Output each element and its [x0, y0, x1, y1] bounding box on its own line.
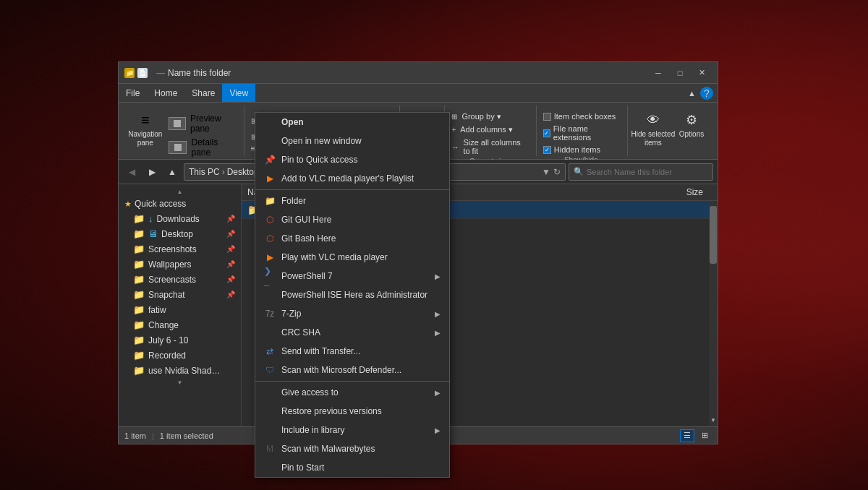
preview-pane-icon [169, 117, 186, 130]
menu-file[interactable]: File [119, 84, 147, 102]
sidebar: ▲ ★ Quick access 📁 ↓ Downloads 📌 📁 🖥 Des… [119, 184, 242, 426]
ctx-send-transfer[interactable]: ⇄ Send with Transfer... [255, 342, 449, 361]
path-controls: ▼ ↻ [542, 167, 561, 177]
grid-view-btn[interactable]: ⊞ [697, 429, 712, 442]
list-view-btn[interactable]: ☰ [680, 429, 694, 442]
scrollbar[interactable]: ▲ ▼ [709, 184, 718, 426]
ctx-ps7-label: PowerShell 7 [281, 271, 429, 281]
selected-count: 1 item selected [160, 431, 213, 440]
ctx-powershell7[interactable]: ❯_ PowerShell 7 ▶ [255, 267, 449, 285]
search-input[interactable] [587, 168, 708, 176]
ctx-open-new-window[interactable]: Open in new window [255, 132, 449, 150]
ctx-folder[interactable]: 📁 Folder [255, 192, 449, 210]
sidebar-scroll-down: ▼ [119, 378, 241, 387]
sidebar-item-screenshots[interactable]: 📁 Screenshots 📌 [119, 241, 241, 257]
back-button[interactable]: ◀ [123, 163, 140, 181]
ctx-vlc-play[interactable]: ▶ Play with VLC media player [255, 248, 449, 267]
menu-home[interactable]: Home [147, 84, 184, 102]
path-refresh-btn[interactable]: ↻ [553, 167, 561, 177]
ctx-git-bash[interactable]: ⬡ Git Bash Here [255, 229, 449, 248]
hide-selected-label: Hide selecteditems [631, 130, 676, 147]
scroll-thumb[interactable] [710, 206, 717, 264]
cb-file-name-ext[interactable]: ✓ [543, 129, 550, 137]
menu-share[interactable]: Share [184, 84, 222, 102]
maximize-button[interactable]: □ [670, 66, 690, 80]
sidebar-change-label: Change [148, 320, 179, 330]
file-name-ext-cb[interactable]: ✓ File name extensions [541, 124, 621, 142]
forward-button[interactable]: ▶ [143, 163, 161, 181]
size-columns-btn[interactable]: ↔Size all columns to fit [449, 137, 529, 156]
help-button[interactable]: ? [700, 87, 713, 100]
ribbon-sh-items: Item check boxes ✓ File name extensions … [541, 106, 621, 155]
options-icon: ⚙ [681, 110, 702, 130]
menu-view[interactable]: View [222, 84, 255, 102]
ctx-pin-start[interactable]: Pin to Start [255, 458, 449, 477]
ctx-pin-quick[interactable]: 📌 Pin to Quick access [255, 150, 449, 169]
wallpapers-folder-icon: 📁 [133, 259, 145, 270]
up-button[interactable]: ▲ [163, 163, 181, 181]
ribbon-details-pane-btn[interactable]: Details pane [166, 137, 238, 158]
sidebar-nvidia-label: use Nvidia Shad… [148, 366, 220, 376]
ribbon-preview-pane-btn[interactable]: Preview pane [166, 113, 238, 134]
cb-hidden-items[interactable]: ✓ [543, 146, 551, 154]
ctx-crc-sha[interactable]: CRC SHA ▶ [255, 323, 449, 342]
ribbon-nav-pane-btn[interactable]: ≡ Navigation pane [127, 108, 163, 149]
minimize-button[interactable]: ─ [648, 66, 668, 80]
cb-item-checkboxes[interactable] [543, 113, 551, 121]
sidebar-fatiw-label: fatiw [148, 305, 166, 315]
ctx-7zip[interactable]: 7z 7-Zip ▶ [255, 304, 449, 323]
sidebar-item-snapchat[interactable]: 📁 Snapchat 📌 [119, 287, 241, 302]
ctx-malwarebytes[interactable]: M Scan with Malwarebytes [255, 439, 449, 458]
sidebar-item-desktop[interactable]: 📁 🖥 Desktop 📌 [119, 226, 241, 241]
snapchat-folder-icon: 📁 [133, 289, 145, 300]
sidebar-item-wallpapers[interactable]: 📁 Wallpapers 📌 [119, 257, 241, 272]
sidebar-recorded-label: Recorded [148, 351, 186, 361]
add-columns-btn[interactable]: +Add columns ▾ [449, 124, 529, 135]
path-dropdown-btn[interactable]: ▼ [542, 167, 550, 177]
close-button[interactable]: ✕ [692, 66, 712, 80]
search-box: 🔍 [569, 163, 713, 181]
ctx-defender-label: Scan with Microsoft Defender... [281, 365, 441, 375]
ctx-powershell-ise[interactable]: PowerShell ISE Here as Administrator [255, 285, 449, 304]
item-check-boxes-cb[interactable]: Item check boxes [541, 111, 621, 121]
ctx-open-new-icon [264, 135, 276, 147]
ctx-7zip-label: 7-Zip [281, 309, 429, 319]
ctx-give-access[interactable]: Give access to ▶ [255, 383, 449, 402]
status-view-controls: ☰ ⊞ [680, 429, 712, 442]
ctx-open[interactable]: Open [255, 113, 449, 132]
ctx-restore-versions[interactable]: Restore previous versions [255, 402, 449, 421]
folder-icon-small: 📁 [124, 68, 135, 78]
snapchat-pin-icon: 📌 [226, 291, 235, 298]
ctx-folder-label: Folder [281, 196, 441, 206]
sidebar-item-downloads[interactable]: 📁 ↓ Downloads 📌 [119, 211, 241, 226]
ctx-defender[interactable]: 🛡 Scan with Microsoft Defender... [255, 361, 449, 379]
ctx-vlc-icon: ▶ [264, 173, 276, 184]
ctx-include-library[interactable]: Include in library ▶ [255, 421, 449, 439]
hidden-items-cb[interactable]: ✓ Hidden items [541, 145, 621, 155]
ctx-pin-start-icon [264, 462, 276, 473]
sidebar-item-july[interactable]: 📁 July 6 - 10 [119, 332, 241, 348]
sidebar-item-screencasts[interactable]: 📁 Screencasts 📌 [119, 272, 241, 287]
col-size-header[interactable]: Size [645, 187, 703, 197]
sidebar-item-recorded[interactable]: 📁 Recorded [119, 348, 241, 363]
hide-selected-btn[interactable]: 👁 Hide selecteditems [632, 108, 674, 149]
ctx-vlc-playlist[interactable]: ▶ Add to VLC media player's Playlist [255, 169, 449, 188]
ribbon-toggle[interactable]: ▲ [688, 89, 696, 98]
sidebar-wallpapers-label: Wallpapers [148, 259, 192, 270]
quick-access-label: Quick access [135, 199, 186, 209]
ctx-vlc-play-icon: ▶ [264, 252, 276, 263]
sidebar-item-fatiw[interactable]: 📁 fatiw [119, 302, 241, 317]
sidebar-item-change[interactable]: 📁 Change [119, 317, 241, 332]
cb-hidden-items-label: Hidden items [554, 145, 600, 154]
group-by-btn[interactable]: ⊞Group by ▾ [449, 111, 529, 122]
quick-access-header[interactable]: ★ Quick access [119, 197, 241, 211]
cb-file-name-ext-label: File name extensions [553, 124, 619, 142]
ctx-git-gui[interactable]: ⬡ Git GUI Here [255, 210, 449, 229]
hide-selected-icon: 👁 [643, 110, 663, 130]
sidebar-item-nvidia[interactable]: 📁 use Nvidia Shad… [119, 363, 241, 378]
desktop-monitor-icon: 🖥 [148, 228, 158, 239]
details-pane-icon [169, 141, 187, 154]
scroll-down-btn[interactable]: ▼ [709, 416, 718, 425]
ctx-open-icon [264, 116, 276, 128]
options-btn[interactable]: ⚙ Options [677, 108, 706, 140]
